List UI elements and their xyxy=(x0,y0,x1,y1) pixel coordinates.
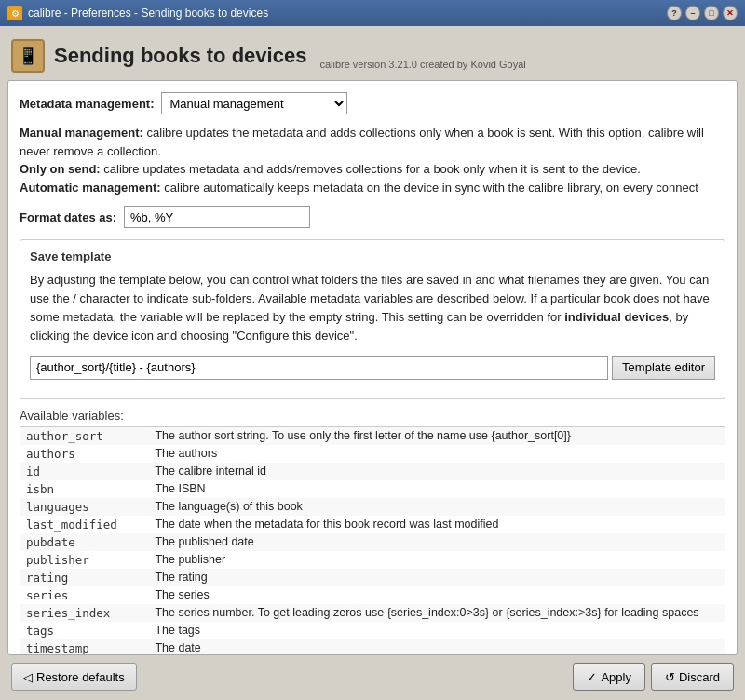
content-area: Metadata management: Manual management O… xyxy=(7,80,738,655)
page-icon: 📱 xyxy=(11,39,45,73)
variable-description: The published date xyxy=(149,533,725,551)
variable-description: The series xyxy=(149,586,725,604)
variable-description: The rating xyxy=(149,569,725,586)
bottom-right-buttons: ✓ Apply ↺ Discard xyxy=(573,663,734,691)
restore-defaults-button[interactable]: ◁ Restore defaults xyxy=(11,663,137,691)
variable-name: series_index xyxy=(20,604,150,622)
variable-description: The calibre internal id xyxy=(149,463,725,480)
table-row: ratingThe rating xyxy=(20,569,725,586)
variable-description: The date when the metadata for this book… xyxy=(149,516,725,533)
discard-button[interactable]: ↺ Discard xyxy=(651,663,734,691)
table-row: timestampThe date xyxy=(20,639,725,655)
automatic-desc: calibre automatically keeps metadata on … xyxy=(164,181,698,195)
table-row: authorsThe authors xyxy=(20,445,725,463)
apply-button[interactable]: ✓ Apply xyxy=(573,663,645,691)
table-row: author_sortThe author sort string. To us… xyxy=(20,426,725,445)
window-title: calibre - Preferences - Sending books to… xyxy=(28,7,268,20)
title-bar-controls: ? – □ ✕ xyxy=(667,6,738,20)
format-dates-row: Format dates as: xyxy=(20,206,725,228)
table-row: last_modifiedThe date when the metadata … xyxy=(20,516,725,533)
table-row: isbnThe ISBN xyxy=(20,480,725,498)
bottom-bar: ◁ Restore defaults ✓ Apply ↺ Discard xyxy=(7,655,738,693)
restore-icon: ◁ xyxy=(23,670,33,684)
maximize-button[interactable]: □ xyxy=(704,6,719,20)
table-row: series_indexThe series number. To get le… xyxy=(20,604,725,622)
table-row: idThe calibre internal id xyxy=(20,463,725,480)
variable-description: The author sort string. To use only the … xyxy=(149,426,725,445)
metadata-management-row: Metadata management: Manual management O… xyxy=(20,92,725,114)
variable-description: The publisher xyxy=(149,551,725,569)
main-window: 📱 Sending books to devices calibre versi… xyxy=(0,26,745,700)
table-row: languagesThe language(s) of this book xyxy=(20,498,725,516)
minimize-button[interactable]: – xyxy=(685,6,700,20)
variable-name: pubdate xyxy=(20,533,150,551)
version-text: calibre version 3.21.0 created by Kovid … xyxy=(319,59,525,73)
variable-name: series xyxy=(20,586,150,604)
help-button[interactable]: ? xyxy=(667,6,682,20)
close-button[interactable]: ✕ xyxy=(723,6,738,20)
app-icon: ⚙ xyxy=(7,6,22,20)
page-header: 📱 Sending books to devices calibre versi… xyxy=(7,34,738,80)
format-dates-label: Format dates as: xyxy=(20,210,116,224)
save-template-desc: By adjusting the template below, you can… xyxy=(30,271,715,346)
variable-name: isbn xyxy=(20,480,150,498)
discard-label: Discard xyxy=(679,670,720,684)
variable-name: id xyxy=(20,463,150,480)
variable-description: The series number. To get leading zeros … xyxy=(149,604,725,622)
save-template-box: Save template By adjusting the template … xyxy=(20,239,725,399)
variable-name: author_sort xyxy=(20,426,150,445)
page-title: Sending books to devices xyxy=(54,44,306,68)
discard-icon: ↺ xyxy=(665,670,675,684)
variables-label: Available variables: xyxy=(20,409,725,423)
template-input-row: Template editor xyxy=(30,356,715,380)
template-editor-button[interactable]: Template editor xyxy=(612,356,715,380)
title-bar: ⚙ calibre - Preferences - Sending books … xyxy=(0,0,745,26)
title-bar-left: ⚙ calibre - Preferences - Sending books … xyxy=(7,6,268,20)
restore-label: Restore defaults xyxy=(36,670,125,684)
variable-description: The date xyxy=(149,639,725,655)
variables-table: author_sortThe author sort string. To us… xyxy=(20,426,725,655)
table-row: tagsThe tags xyxy=(20,622,725,639)
variable-name: timestamp xyxy=(20,639,150,655)
metadata-label: Metadata management: xyxy=(20,97,154,111)
variable-name: publisher xyxy=(20,551,150,569)
table-row: pubdateThe published date xyxy=(20,533,725,551)
template-input[interactable] xyxy=(30,356,608,380)
descriptions-block: Manual management: calibre updates the m… xyxy=(20,124,725,196)
variable-description: The language(s) of this book xyxy=(149,498,725,516)
apply-label: Apply xyxy=(601,670,631,684)
only-on-send-desc: calibre updates metadata and adds/remove… xyxy=(103,162,641,176)
apply-checkmark-icon: ✓ xyxy=(587,670,597,684)
variable-name: authors xyxy=(20,445,150,463)
variable-name: tags xyxy=(20,622,150,639)
format-dates-input[interactable] xyxy=(124,206,310,228)
variable-name: last_modified xyxy=(20,516,150,533)
variable-description: The ISBN xyxy=(149,480,725,498)
variable-name: languages xyxy=(20,498,150,516)
table-row: seriesThe series xyxy=(20,586,725,604)
table-row: publisherThe publisher xyxy=(20,551,725,569)
metadata-select[interactable]: Manual management Only on send Automatic… xyxy=(161,92,347,114)
variable-name: rating xyxy=(20,569,150,586)
save-template-title: Save template xyxy=(30,249,715,263)
variable-description: The tags xyxy=(149,622,725,639)
variable-description: The authors xyxy=(149,445,725,463)
